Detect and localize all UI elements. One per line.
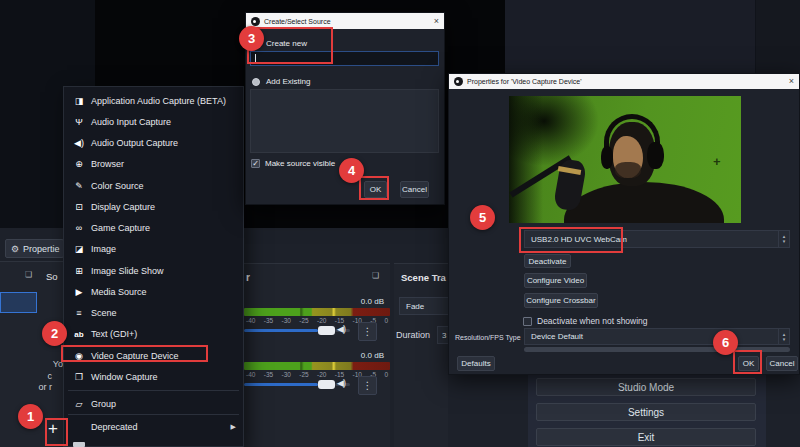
person-silhouette — [564, 182, 724, 223]
menu-item-display-capture[interactable]: ⊡Display Capture — [64, 197, 243, 217]
transition-select[interactable]: Fade — [399, 297, 448, 315]
highlight-rect-video-capture-device — [61, 345, 208, 362]
exit-button[interactable]: Exit — [536, 428, 756, 446]
highlight-rect-ok-create — [359, 176, 389, 200]
obs-main-window: ⚙ Propertie ❏ So Yo c or r + r ❏ 0.0 dB … — [0, 0, 800, 447]
menu-item-browser[interactable]: ⊕Browser — [64, 154, 243, 174]
menu-item-scene[interactable]: ≡Scene — [64, 303, 243, 323]
step-badge-6: 6 — [713, 330, 738, 355]
step-badge-1: 1 — [18, 404, 43, 429]
highlight-rect-ok-properties — [733, 350, 762, 374]
menu-item-deprecated[interactable]: Deprecated▶ — [64, 417, 243, 437]
spinner-arrows-icon[interactable]: ▴▾ — [778, 329, 789, 344]
empty-sources-text: or r — [30, 382, 52, 392]
deactivate-when-not-showing-checkbox[interactable]: Deactivate when not showing — [523, 316, 648, 326]
duration-spinner[interactable]: 3 — [437, 326, 448, 344]
settings-button[interactable]: Settings — [536, 403, 756, 421]
empty-sources-text: c — [42, 371, 52, 381]
existing-sources-list[interactable] — [250, 89, 439, 153]
list-icon: ≡ — [72, 308, 86, 318]
audio-mixer-panel: r ❏ 0.0 dB -40-35-30-25-20-15-10-50 ◀) ⋮… — [244, 263, 390, 447]
menu-item-audio-input-capture[interactable]: ΨAudio Input Capture — [64, 112, 243, 132]
folder-icon: ▱ — [72, 399, 86, 409]
headphone-earcup — [647, 142, 664, 169]
studio-mode-button[interactable]: Studio Mode — [536, 378, 756, 396]
cancel-button[interactable]: Cancel — [766, 356, 798, 371]
menu-item-application-audio-capture[interactable]: ◨Application Audio Capture (BETA) — [64, 91, 243, 111]
selected-scene-item[interactable] — [0, 292, 37, 313]
dock-edge — [755, 0, 800, 73]
kebab-icon: ⋮ — [363, 326, 373, 337]
monitor-icon: ⊡ — [72, 202, 86, 212]
menu-item-media-source[interactable]: ▶Media Source — [64, 282, 243, 302]
dialog-titlebar[interactable]: Properties for 'Video Capture Device' × — [449, 74, 799, 89]
microphone-icon: Ψ — [72, 117, 86, 127]
partial-menu-row — [73, 442, 85, 447]
deactivate-button[interactable]: Deactivate — [524, 254, 571, 268]
globe-icon: ⊕ — [72, 159, 86, 169]
menu-item-color-source[interactable]: ✎Color Source — [64, 176, 243, 196]
scene-transitions-title: Scene Tra — [401, 272, 446, 283]
properties-button-label: Propertie — [23, 244, 60, 254]
configure-video-button[interactable]: Configure Video — [524, 273, 587, 288]
menu-item-audio-output-capture[interactable]: ◀)Audio Output Capture — [64, 133, 243, 153]
volume-slider-handle[interactable] — [318, 380, 335, 389]
mixer-options-button[interactable]: ⋮ — [358, 376, 377, 395]
radio-unselected-icon — [252, 78, 260, 86]
volume-db-label: 0.0 dB — [334, 351, 384, 360]
checkbox-checked-icon: ✓ — [251, 159, 260, 168]
speaker-icon[interactable]: ◀) — [337, 378, 345, 388]
kebab-icon: ⋮ — [363, 380, 373, 391]
close-icon[interactable]: × — [789, 77, 794, 86]
audio-level-meter — [244, 362, 390, 370]
image-icon: ◪ — [72, 244, 86, 254]
properties-dialog: Properties for 'Video Capture Device' × … — [448, 73, 800, 375]
app-audio-icon: ◨ — [72, 96, 86, 106]
make-source-visible-checkbox[interactable]: ✓ Make source visible — [251, 159, 335, 168]
defaults-button[interactable]: Defaults — [457, 356, 495, 371]
cancel-button[interactable]: Cancel — [400, 181, 429, 198]
dialog-title: Create/Select Source — [264, 18, 331, 25]
configure-crossbar-button[interactable]: Configure Crossbar — [524, 293, 598, 308]
sources-panel-title: So — [46, 271, 58, 282]
speaker-icon[interactable]: ◀) — [337, 324, 345, 334]
mixer-options-button[interactable]: ⋮ — [358, 322, 377, 341]
step-badge-2: 2 — [42, 321, 67, 346]
volume-db-label: 0.0 dB — [334, 297, 384, 306]
resolution-select[interactable]: Device Default ▴▾ — [524, 328, 790, 345]
properties-button[interactable]: ⚙ Propertie — [5, 239, 64, 258]
menu-item-game-capture[interactable]: ∞Game Capture — [64, 218, 243, 238]
popout-icon[interactable]: ❏ — [372, 271, 379, 280]
audio-level-meter — [244, 308, 390, 316]
highlight-rect-add-button — [45, 418, 68, 446]
volume-slider-handle[interactable] — [318, 326, 335, 335]
popout-icon[interactable]: ❏ — [25, 270, 32, 279]
add-source-menu: ◨Application Audio Capture (BETA) ΨAudio… — [63, 86, 244, 447]
duration-label: Duration — [396, 330, 430, 340]
window-background-topright — [505, 0, 755, 73]
menu-item-text-gdi[interactable]: abText (GDI+) — [64, 324, 243, 344]
scene-transitions-panel: Scene Tra Fade Duration 3 — [394, 263, 448, 447]
menu-item-image[interactable]: ◪Image — [64, 239, 243, 259]
volume-slider[interactable] — [244, 383, 318, 386]
step-badge-4: 4 — [339, 158, 364, 183]
play-icon: ▶ — [72, 287, 86, 297]
menu-item-image-slide-show[interactable]: ⊞Image Slide Show — [64, 261, 243, 281]
step-badge-3: 3 — [239, 26, 264, 51]
webcam-preview: + — [509, 96, 741, 223]
gear-icon: ⚙ — [11, 244, 19, 254]
empty-sources-text: Yo — [40, 359, 63, 369]
menu-item-group[interactable]: ▱Group — [64, 394, 243, 414]
menu-item-window-capture[interactable]: ❐Window Capture — [64, 367, 243, 387]
volume-slider[interactable] — [244, 329, 318, 332]
speaker-icon: ◀) — [72, 138, 86, 148]
spinner-arrows-icon[interactable]: ▴▾ — [778, 231, 789, 247]
crosshair-marker: + — [713, 154, 721, 169]
menu-divider — [68, 390, 239, 391]
window-icon: ❐ — [72, 372, 86, 382]
gamepad-icon: ∞ — [72, 223, 86, 233]
add-existing-radio[interactable]: Add Existing — [252, 77, 310, 86]
dialog-title: Properties for 'Video Capture Device' — [467, 78, 582, 85]
close-icon[interactable]: × — [434, 17, 439, 26]
obs-logo-icon — [454, 77, 463, 86]
